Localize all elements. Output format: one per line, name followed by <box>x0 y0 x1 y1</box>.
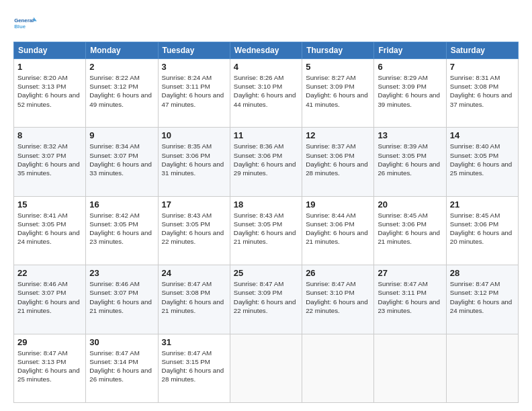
day-info: Sunrise: 8:42 AMSunset: 3:05 PMDaylight:… <box>89 211 154 246</box>
day-number: 28 <box>450 268 515 278</box>
day-info: Sunrise: 8:34 AMSunset: 3:07 PMDaylight:… <box>89 142 154 177</box>
day-number: 29 <box>17 337 82 347</box>
calendar-cell: 29 Sunrise: 8:47 AMSunset: 3:13 PMDaylig… <box>14 334 86 402</box>
day-info: Sunrise: 8:47 AMSunset: 3:12 PMDaylight:… <box>450 279 515 315</box>
day-number: 23 <box>89 268 154 278</box>
day-info: Sunrise: 8:27 AMSunset: 3:09 PMDaylight:… <box>306 73 370 109</box>
calendar-cell: 19 Sunrise: 8:44 AMSunset: 3:06 PMDaylig… <box>302 196 374 265</box>
header-day-saturday: Saturday <box>446 42 518 59</box>
day-info: Sunrise: 8:47 AMSunset: 3:13 PMDaylight:… <box>17 349 82 384</box>
calendar-body: 1 Sunrise: 8:20 AMSunset: 3:13 PMDayligh… <box>14 59 519 403</box>
week-row-3: 15 Sunrise: 8:41 AMSunset: 3:05 PMDaylig… <box>14 196 519 265</box>
day-info: Sunrise: 8:47 AMSunset: 3:15 PMDaylight:… <box>162 349 226 384</box>
day-info: Sunrise: 8:47 AMSunset: 3:14 PMDaylight:… <box>89 349 154 384</box>
week-row-5: 29 Sunrise: 8:47 AMSunset: 3:13 PMDaylig… <box>14 334 519 402</box>
page: General Blue SundayMondayTuesdayWednesda… <box>0 0 532 411</box>
day-number: 31 <box>162 337 226 347</box>
calendar-cell: 3 Sunrise: 8:24 AMSunset: 3:11 PMDayligh… <box>158 59 230 128</box>
day-number: 2 <box>89 62 154 72</box>
calendar-cell: 21 Sunrise: 8:45 AMSunset: 3:06 PMDaylig… <box>446 196 518 265</box>
day-info: Sunrise: 8:36 AMSunset: 3:06 PMDaylight:… <box>234 142 298 177</box>
logo: General Blue <box>13 11 38 35</box>
week-row-1: 1 Sunrise: 8:20 AMSunset: 3:13 PMDayligh… <box>14 59 519 128</box>
calendar-header: SundayMondayTuesdayWednesdayThursdayFrid… <box>14 42 519 59</box>
calendar-cell <box>302 334 374 402</box>
day-info: Sunrise: 8:32 AMSunset: 3:07 PMDaylight:… <box>17 142 82 177</box>
day-info: Sunrise: 8:20 AMSunset: 3:13 PMDaylight:… <box>17 73 82 109</box>
day-number: 13 <box>378 130 442 140</box>
calendar-cell: 22 Sunrise: 8:46 AMSunset: 3:07 PMDaylig… <box>14 265 86 334</box>
day-info: Sunrise: 8:45 AMSunset: 3:06 PMDaylight:… <box>378 211 442 246</box>
calendar-cell: 27 Sunrise: 8:47 AMSunset: 3:11 PMDaylig… <box>374 265 446 334</box>
header-day-thursday: Thursday <box>302 42 374 59</box>
header: General Blue <box>13 11 519 35</box>
calendar-cell: 26 Sunrise: 8:47 AMSunset: 3:10 PMDaylig… <box>302 265 374 334</box>
calendar-cell: 25 Sunrise: 8:47 AMSunset: 3:09 PMDaylig… <box>230 265 302 334</box>
day-number: 12 <box>306 130 370 140</box>
day-number: 6 <box>378 62 442 72</box>
day-number: 14 <box>450 130 515 140</box>
day-info: Sunrise: 8:47 AMSunset: 3:11 PMDaylight:… <box>378 279 442 315</box>
header-day-tuesday: Tuesday <box>158 42 230 59</box>
day-info: Sunrise: 8:43 AMSunset: 3:05 PMDaylight:… <box>234 211 298 246</box>
week-row-2: 8 Sunrise: 8:32 AMSunset: 3:07 PMDayligh… <box>14 128 519 196</box>
calendar-cell: 31 Sunrise: 8:47 AMSunset: 3:15 PMDaylig… <box>158 334 230 402</box>
header-row: SundayMondayTuesdayWednesdayThursdayFrid… <box>14 42 519 59</box>
calendar-cell: 8 Sunrise: 8:32 AMSunset: 3:07 PMDayligh… <box>14 128 86 196</box>
calendar-cell: 18 Sunrise: 8:43 AMSunset: 3:05 PMDaylig… <box>230 196 302 265</box>
day-info: Sunrise: 8:26 AMSunset: 3:10 PMDaylight:… <box>234 73 298 109</box>
header-day-friday: Friday <box>374 42 446 59</box>
calendar-cell: 13 Sunrise: 8:39 AMSunset: 3:05 PMDaylig… <box>374 128 446 196</box>
calendar-cell: 30 Sunrise: 8:47 AMSunset: 3:14 PMDaylig… <box>86 334 158 402</box>
header-day-sunday: Sunday <box>14 42 86 59</box>
day-info: Sunrise: 8:46 AMSunset: 3:07 PMDaylight:… <box>17 279 82 315</box>
day-number: 22 <box>17 268 82 278</box>
calendar-cell: 28 Sunrise: 8:47 AMSunset: 3:12 PMDaylig… <box>446 265 518 334</box>
day-number: 1 <box>17 62 82 72</box>
day-number: 7 <box>450 62 515 72</box>
day-number: 19 <box>306 199 370 210</box>
calendar-cell: 9 Sunrise: 8:34 AMSunset: 3:07 PMDayligh… <box>86 128 158 196</box>
day-info: Sunrise: 8:45 AMSunset: 3:06 PMDaylight:… <box>450 211 515 246</box>
calendar-cell: 6 Sunrise: 8:29 AMSunset: 3:09 PMDayligh… <box>374 59 446 128</box>
day-info: Sunrise: 8:41 AMSunset: 3:05 PMDaylight:… <box>17 211 82 246</box>
calendar-cell: 12 Sunrise: 8:37 AMSunset: 3:06 PMDaylig… <box>302 128 374 196</box>
day-number: 16 <box>89 199 154 210</box>
svg-text:General: General <box>14 17 34 24</box>
calendar-cell <box>446 334 518 402</box>
day-number: 5 <box>306 62 370 72</box>
day-number: 11 <box>234 130 298 140</box>
day-info: Sunrise: 8:37 AMSunset: 3:06 PMDaylight:… <box>306 142 370 177</box>
day-number: 8 <box>17 130 82 140</box>
calendar-cell: 24 Sunrise: 8:47 AMSunset: 3:08 PMDaylig… <box>158 265 230 334</box>
day-number: 20 <box>378 199 442 210</box>
day-info: Sunrise: 8:47 AMSunset: 3:10 PMDaylight:… <box>306 279 370 315</box>
day-number: 3 <box>162 62 226 72</box>
calendar-cell: 14 Sunrise: 8:40 AMSunset: 3:05 PMDaylig… <box>446 128 518 196</box>
calendar-cell: 23 Sunrise: 8:46 AMSunset: 3:07 PMDaylig… <box>86 265 158 334</box>
day-number: 21 <box>450 199 515 210</box>
day-info: Sunrise: 8:39 AMSunset: 3:05 PMDaylight:… <box>378 142 442 177</box>
week-row-4: 22 Sunrise: 8:46 AMSunset: 3:07 PMDaylig… <box>14 265 519 334</box>
calendar-cell: 10 Sunrise: 8:35 AMSunset: 3:06 PMDaylig… <box>158 128 230 196</box>
calendar-cell: 4 Sunrise: 8:26 AMSunset: 3:10 PMDayligh… <box>230 59 302 128</box>
header-day-wednesday: Wednesday <box>230 42 302 59</box>
day-number: 25 <box>234 268 298 278</box>
day-info: Sunrise: 8:46 AMSunset: 3:07 PMDaylight:… <box>89 279 154 315</box>
day-number: 10 <box>162 130 226 140</box>
day-info: Sunrise: 8:47 AMSunset: 3:09 PMDaylight:… <box>234 279 298 315</box>
logo-svg: General Blue <box>13 11 38 35</box>
day-info: Sunrise: 8:44 AMSunset: 3:06 PMDaylight:… <box>306 211 370 246</box>
day-number: 4 <box>234 62 298 72</box>
calendar-cell: 16 Sunrise: 8:42 AMSunset: 3:05 PMDaylig… <box>86 196 158 265</box>
day-number: 17 <box>162 199 226 210</box>
day-info: Sunrise: 8:24 AMSunset: 3:11 PMDaylight:… <box>162 73 226 109</box>
svg-text:Blue: Blue <box>14 24 26 30</box>
day-info: Sunrise: 8:43 AMSunset: 3:05 PMDaylight:… <box>162 211 226 246</box>
day-info: Sunrise: 8:31 AMSunset: 3:08 PMDaylight:… <box>450 73 515 109</box>
day-info: Sunrise: 8:29 AMSunset: 3:09 PMDaylight:… <box>378 73 442 109</box>
calendar-cell: 11 Sunrise: 8:36 AMSunset: 3:06 PMDaylig… <box>230 128 302 196</box>
day-number: 9 <box>89 130 154 140</box>
calendar-cell: 7 Sunrise: 8:31 AMSunset: 3:08 PMDayligh… <box>446 59 518 128</box>
calendar-cell: 20 Sunrise: 8:45 AMSunset: 3:06 PMDaylig… <box>374 196 446 265</box>
